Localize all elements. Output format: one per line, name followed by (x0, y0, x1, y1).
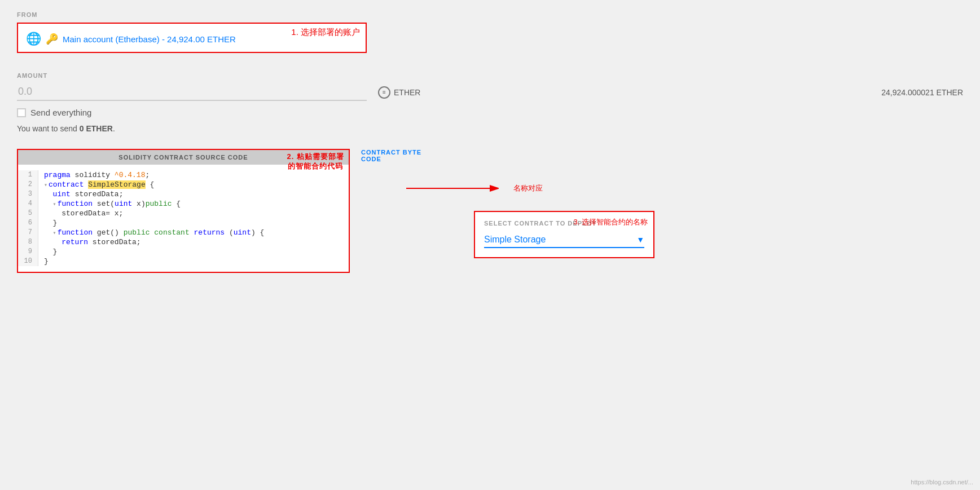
code-area[interactable]: 1 pragma solidity ^0.4.18; 2 ▾contract S… (18, 165, 349, 272)
code-line-7: 7 ▾function get() public constant return… (18, 228, 349, 237)
send-everything-label: Send everything (30, 108, 91, 117)
currency-icon: ≡ (378, 86, 390, 99)
send-everything-checkbox[interactable] (17, 108, 26, 117)
key-icon: 🔑 (46, 33, 58, 45)
contract-selected-value: Simple Storage (484, 235, 546, 245)
you-want-row: You want to send 0 ETHER. (17, 124, 963, 133)
amount-row: ≡ ETHER 24,924.000021 ETHER (17, 83, 963, 101)
from-section: 1. 选择部署的账户 🌐 🔑 Main account (Etherbase) … (17, 23, 367, 53)
code-line-8: 8 return storedData; (18, 237, 349, 247)
annotation-1: 1. 选择部署的账户 (291, 27, 360, 38)
solidity-panel: SOLIDITY CONTRACT SOURCE CODE 2. 粘贴需要部署的… (17, 149, 350, 273)
you-want-prefix: You want to send (17, 124, 80, 133)
globe-icon: 🌐 (26, 32, 41, 46)
amount-input[interactable] (17, 83, 367, 101)
code-line-5: 5 storedData= x; (18, 209, 349, 218)
contract-select-row[interactable]: Simple Storage ▼ (484, 235, 644, 248)
watermark: https://blog.csdn.net/... (911, 479, 973, 485)
bytecode-panel: CONTRACT BYTE CODE (361, 149, 440, 166)
dropdown-arrow-icon[interactable]: ▼ (636, 235, 644, 244)
you-want-suffix: . (113, 124, 115, 133)
annotation-2: 2. 粘贴需要部署的智能合约代码 (287, 152, 344, 171)
annotation-3: 3. 选择智能合约的名称 (574, 218, 648, 227)
arrow-annotation-label: 名称对应 (513, 183, 543, 193)
currency-selector[interactable]: ≡ ETHER (378, 86, 420, 99)
you-want-amount: 0 ETHER (80, 124, 113, 133)
code-line-2: 2 ▾contract SimpleStorage { (18, 180, 349, 189)
code-line-4: 4 ▾function set(uint x)public { (18, 199, 349, 209)
code-line-6: 6 } (18, 218, 349, 228)
solidity-header: SOLIDITY CONTRACT SOURCE CODE 2. 粘贴需要部署的… (18, 150, 349, 165)
balance-display: 24,924.000021 ETHER (881, 88, 963, 97)
code-line-1: 1 pragma solidity ^0.4.18; (18, 170, 349, 180)
select-contract-panel: SELECT CONTRACT TO DEPLOY 3. 选择智能合约的名称 S… (474, 211, 654, 258)
arrow-svg (406, 183, 508, 194)
bottom-area: SOLIDITY CONTRACT SOURCE CODE 2. 粘贴需要部署的… (17, 149, 963, 273)
code-line-3: 3 uint storedData; (18, 189, 349, 199)
from-label: FROM (17, 11, 963, 18)
send-everything-row: Send everything (17, 108, 963, 117)
code-line-10: 10 } (18, 257, 349, 266)
code-line-9: 9 } (18, 247, 349, 257)
currency-label: ETHER (394, 88, 420, 97)
amount-section: AMOUNT ≡ ETHER 24,924.000021 ETHER Send … (17, 72, 963, 133)
amount-label: AMOUNT (17, 72, 963, 79)
bytecode-label: CONTRACT BYTE CODE (361, 149, 440, 162)
account-name[interactable]: Main account (Etherbase) - 24,924.00 ETH… (63, 34, 236, 44)
amount-input-wrap (17, 83, 367, 101)
